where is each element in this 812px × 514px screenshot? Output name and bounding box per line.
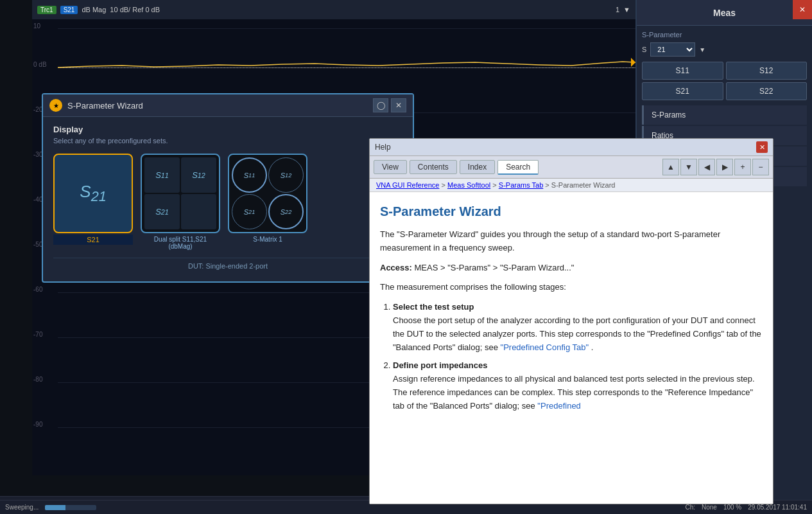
- help-step2-title: Define port impedances: [393, 360, 487, 370]
- help-breadcrumb: VNA GUI Reference > Meas Softtool > S-Pa…: [370, 179, 773, 192]
- help-close-button[interactable]: ✕: [756, 141, 768, 153]
- toolbar-right: 1 ▼: [616, 6, 630, 13]
- s21-badge: S21: [60, 6, 78, 14]
- help-tab-view[interactable]: View: [374, 160, 407, 174]
- s22-button[interactable]: S22: [726, 82, 808, 100]
- wizard-icon: ★: [49, 99, 62, 112]
- top-toolbar: Trc1 S21 dB Mag 10 dB/ Ref 0 dB 1 ▼: [32, 0, 635, 19]
- channel-number: 1: [616, 6, 619, 13]
- help-arrow-forward[interactable]: ▶: [716, 159, 733, 175]
- help-access: Access: MEAS > "S-Params" > "S-Param Wiz…: [380, 261, 763, 275]
- s12-button[interactable]: S12: [726, 62, 808, 80]
- help-dialog: Help ✕ View Contents Index Search ▲ ▼ ◀ …: [369, 138, 773, 504]
- help-tab-index[interactable]: Index: [460, 160, 495, 174]
- help-zoom-in[interactable]: +: [734, 159, 751, 175]
- help-step-1: Select the test setup Choose the port se…: [393, 301, 763, 354]
- help-titlebar: Help ✕: [370, 139, 773, 156]
- help-arrow-down[interactable]: ▼: [680, 159, 697, 175]
- grid-label-90: -90: [33, 421, 42, 428]
- help-access-text: MEAS > "S-Params" > "S-Param Wizard...": [415, 263, 574, 272]
- wizard-toggle-btn[interactable]: ◯: [373, 98, 388, 112]
- channel-dropdown-icon[interactable]: ▼: [623, 6, 630, 13]
- ref-line: [58, 67, 635, 68]
- ch-value: None: [702, 504, 717, 511]
- s21-single-box: S21: [53, 154, 133, 233]
- meas-header: Meas ✕: [637, 0, 812, 26]
- s21-button[interactable]: S21: [642, 82, 723, 100]
- sparams-side-btn[interactable]: S-Params: [642, 105, 807, 125]
- breadcrumb-sep1: >: [442, 181, 447, 189]
- help-step1-title: Select the test setup: [393, 302, 474, 312]
- sweep-text: Sweeping...: [5, 504, 39, 511]
- scale-text: 10 dB/ Ref 0 dB: [110, 6, 160, 13]
- grid-label-80: -80: [33, 376, 42, 383]
- sweep-bar-fill: [45, 505, 65, 510]
- breadcrumb-sep3: >: [545, 181, 551, 189]
- sweep-progress-bar: [45, 505, 96, 510]
- ch-label: Ch:: [685, 504, 695, 511]
- sweep-right: Ch: None 100 % 29.05.2017 11:01:41: [685, 504, 807, 511]
- help-zoom-out[interactable]: −: [752, 159, 769, 175]
- smatrix-s22: S22: [268, 194, 304, 229]
- breadcrumb-meas[interactable]: Meas Softtool: [447, 181, 490, 189]
- wizard-section-title: Display: [53, 125, 402, 134]
- date-time: 29.05.2017 11:01:41: [748, 504, 807, 511]
- sparam-dropdown: S 21 11 12 22 ▼: [642, 42, 807, 57]
- dual-split-box: S11 S12 S21: [141, 154, 220, 233]
- display-option-dual[interactable]: S11 S12 S21 Dual split S11,S21(dbMag): [141, 154, 220, 250]
- help-arrow-up[interactable]: ▲: [662, 159, 679, 175]
- help-step-2: Define port impedances Assign reference …: [393, 359, 763, 412]
- dual-s11: S11: [144, 157, 180, 193]
- help-p1: The "S-Parameter Wizard" guides you thro…: [380, 228, 763, 255]
- wizard-body: Display Select any of the preconfigured …: [43, 117, 413, 281]
- dut-label: DUT: Single-ended 2-port: [53, 258, 402, 274]
- svg-marker-0: [631, 58, 635, 67]
- s21-single-display: S21: [55, 155, 132, 232]
- sparam-select[interactable]: 21 11 12 22: [650, 42, 695, 57]
- format-text: dB Mag: [82, 6, 106, 13]
- wizard-titlebar: ★ S-Parameter Wizard ◯ ✕: [43, 94, 413, 117]
- zoom-value: 100 %: [723, 504, 741, 511]
- wizard-subtitle: Select any of the preconfigured sets.: [53, 137, 402, 145]
- sparam-section-title: S-Parameter: [642, 31, 807, 39]
- grid-label-70: -70: [33, 331, 42, 338]
- s21-single-text: S21: [80, 182, 106, 205]
- help-steps-list: Select the test setup Choose the port se…: [380, 301, 763, 412]
- display-options: S21 S21 S11 S12 S21 Dual split S11,S21(d…: [53, 154, 402, 250]
- display-option-smatrix[interactable]: S11 S12 S21 S22 S-Matrix 1: [228, 154, 307, 250]
- sparam-dropdown-arrow[interactable]: ▼: [699, 46, 705, 53]
- smatrix-display: S11 S12 S21 S22: [229, 155, 306, 232]
- smatrix-box: S11 S12 S21 S22: [228, 154, 307, 233]
- smatrix-s12: S12: [268, 157, 304, 193]
- meas-btn-grid: S11 S12 S21 S22: [642, 62, 807, 100]
- s11-button[interactable]: S11: [642, 62, 723, 80]
- meas-title: Meas: [713, 8, 736, 18]
- display-option-s21[interactable]: S21 S21: [53, 154, 133, 250]
- breadcrumb-sparams[interactable]: S-Params Tab: [499, 181, 544, 189]
- wizard-controls: ◯ ✕: [373, 98, 406, 112]
- help-title: Help: [375, 143, 391, 152]
- help-nav: View Contents Index Search ▲ ▼ ◀ ▶ + −: [370, 156, 773, 179]
- grid-label-10: 10: [33, 22, 40, 30]
- help-heading: S-Parameter Wizard: [380, 201, 763, 222]
- breadcrumb-vna[interactable]: VNA GUI Reference: [376, 181, 439, 189]
- smatrix-s11: S11: [232, 157, 267, 193]
- grid-line-1: [58, 28, 635, 29]
- wizard-close-btn[interactable]: ✕: [391, 98, 406, 112]
- help-tab-search[interactable]: Search: [497, 160, 539, 175]
- smatrix-s21: S21: [232, 194, 267, 229]
- meas-close-button[interactable]: ✕: [793, 0, 812, 19]
- breadcrumb-sep2: >: [492, 181, 498, 189]
- help-step1-end: .: [591, 342, 594, 352]
- dual-empty: [181, 194, 216, 229]
- breadcrumb-current: S-Parameter Wizard: [551, 181, 616, 189]
- s21-label: S21: [53, 235, 133, 245]
- help-step2-link[interactable]: "Predefined: [537, 401, 581, 411]
- help-step1-link[interactable]: "Predefined Config Tab": [501, 342, 589, 352]
- grid-label-0db: 0 dB: [33, 61, 47, 68]
- help-tab-contents[interactable]: Contents: [410, 160, 457, 174]
- sparam-dropdown-label: S: [642, 46, 646, 53]
- grid-label-60: -60: [33, 286, 42, 293]
- help-arrow-back[interactable]: ◀: [698, 159, 715, 175]
- dual-s12: S12: [181, 157, 216, 193]
